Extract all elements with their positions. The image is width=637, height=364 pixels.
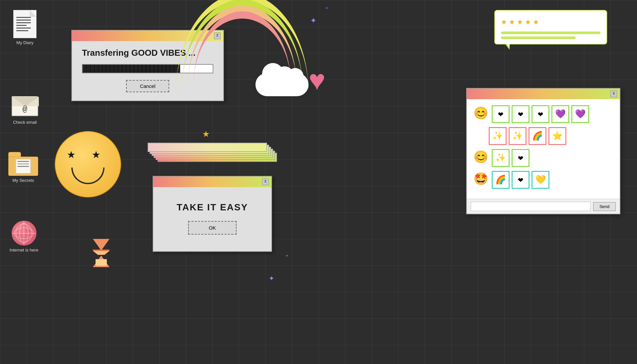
hourglass-decoration	[93, 239, 109, 267]
sidebar-item-check-email[interactable]: @ Check email	[8, 96, 41, 125]
take-easy-titlebar: X	[153, 177, 271, 187]
star-decoration-2: ✦	[325, 4, 329, 11]
document-icon	[13, 10, 36, 38]
reaction-row-1: 😊 ❤️ ❤️ ❤️ 💜 💜	[473, 105, 613, 123]
emoji-grid-3: ✨ ❤️	[492, 149, 530, 167]
reaction-face-4: 🤩	[473, 174, 488, 186]
reaction-row-4: 🤩 🌈 ❤️ 💛	[473, 171, 613, 189]
star-2: ★	[509, 15, 515, 28]
emoji-grid-4: 🌈 ❤️ 💛	[492, 171, 549, 189]
emoji-face-big: ★ ★	[55, 131, 121, 197]
emoji-panel: X 😊 ❤️ ❤️ ❤️ 💜 💜 ✨ ✨ 🌈 ⭐ 😊	[466, 88, 620, 214]
star-gold-deco: ★	[202, 126, 210, 141]
cloud-decoration	[255, 73, 309, 96]
take-easy-body: TAKE IT EASY OK	[153, 187, 271, 251]
folder-icon	[8, 152, 38, 176]
reaction-face-1: 😊	[473, 108, 488, 120]
review-line-1	[501, 32, 601, 34]
emoji-cell-heart2[interactable]: ❤️	[512, 105, 530, 123]
sidebar-item-my-secrets[interactable]: My Secrets	[7, 152, 40, 183]
emoji-panel-titlebar: X	[467, 89, 620, 99]
emoji-cell-purple1[interactable]: 💜	[551, 105, 569, 123]
take-easy-ok-button[interactable]: OK	[188, 221, 237, 235]
star-decoration-1: ✦	[310, 13, 317, 27]
star-3: ★	[517, 15, 523, 28]
sidebar-item-my-diary[interactable]: My Diary	[8, 10, 41, 45]
star-5: ★	[533, 15, 539, 28]
transfer-progress-fill	[83, 65, 180, 73]
star-4: ★	[525, 15, 531, 28]
emoji-cell-sparkle1[interactable]: ✨	[489, 127, 507, 145]
bubble-body: ★ ★ ★ ★ ★	[494, 10, 607, 44]
bubble-tail	[505, 44, 510, 50]
emoji-grid-2: ✨ ✨ 🌈 ⭐	[489, 127, 566, 145]
emoji-cell-heart5[interactable]: ❤️	[512, 171, 530, 189]
take-easy-close[interactable]: X	[262, 179, 269, 185]
review-line-2	[501, 36, 576, 39]
emoji-cell-heart-yellow[interactable]: 💛	[531, 171, 549, 189]
email-icon: @	[12, 96, 38, 118]
emoji-grid-1: ❤️ ❤️ ❤️ 💜 💜	[492, 105, 589, 123]
emoji-cell-rainbow2[interactable]: 🌈	[492, 171, 510, 189]
take-easy-title: TAKE IT EASY	[163, 192, 261, 221]
emoji-left-eye: ★	[67, 148, 75, 162]
send-button[interactable]: Send	[593, 202, 616, 211]
emoji-panel-body: 😊 ❤️ ❤️ ❤️ 💜 💜 ✨ ✨ 🌈 ⭐ 😊 ✨ ❤️	[467, 99, 620, 199]
heart-decoration: ♥	[309, 68, 337, 95]
emoji-cell-sparkle3[interactable]: ✨	[492, 149, 510, 167]
reaction-row-3: 😊 ✨ ❤️	[473, 149, 613, 167]
sidebar-item-internet[interactable]: Internet is here	[7, 221, 40, 253]
reaction-face-3: 😊	[473, 152, 488, 164]
emoji-right-eye: ★	[92, 148, 100, 162]
emoji-cell-star1[interactable]: ⭐	[548, 127, 566, 145]
desktop-icon-label: My Secrets	[12, 178, 34, 183]
globe-icon	[12, 221, 36, 246]
star-purple-2: ✦	[285, 252, 289, 259]
desktop-icon-label: Check email	[13, 120, 37, 125]
review-lines	[501, 32, 601, 39]
emoji-cell-purple2[interactable]: 💜	[571, 105, 589, 123]
review-bubble: ★ ★ ★ ★ ★	[494, 10, 607, 44]
emoji-cell-rainbow1[interactable]: 🌈	[529, 127, 546, 145]
emoji-cell-heart4[interactable]: ❤️	[512, 149, 530, 167]
transfer-cancel-button[interactable]: Cancel	[126, 80, 170, 92]
send-input[interactable]	[471, 202, 591, 211]
emoji-smile	[71, 168, 105, 184]
emoji-panel-send-bar: Send	[467, 199, 620, 214]
emoji-cell-sparkle2[interactable]: ✨	[509, 127, 527, 145]
reaction-row-2: ✨ ✨ 🌈 ⭐	[489, 127, 613, 145]
rainbow-decoration	[169, 0, 315, 103]
emoji-cell-heart3[interactable]: ❤️	[531, 105, 549, 123]
star-1: ★	[501, 15, 507, 28]
emoji-cell-heart1[interactable]: ❤️	[492, 105, 510, 123]
desktop-icon-label: Internet is here	[10, 248, 38, 253]
take-easy-dialog: X TAKE IT EASY OK	[153, 176, 272, 252]
desktop-icon-label: My Diary	[16, 40, 33, 45]
emoji-panel-close[interactable]: X	[610, 91, 617, 97]
stars-row: ★ ★ ★ ★ ★	[501, 15, 601, 28]
